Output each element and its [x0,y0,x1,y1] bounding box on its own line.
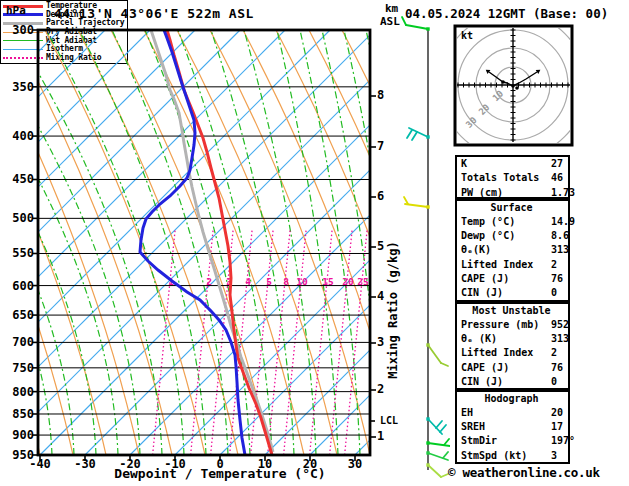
wind-barb [404,197,408,204]
temp-tick-label: 10 [245,457,285,471]
wind-barb-marker [426,441,429,444]
mixing-ratio-value-label: 25 [357,276,369,287]
wind-barb [444,439,449,445]
wind-barb [440,425,446,432]
km-tick-label: 1 [377,429,384,443]
temp-tick-label: -40 [20,457,60,471]
table-label: StmSpd (kt) [461,450,527,461]
hodograph-trace [489,72,513,86]
table-label: θₑ (K) [461,333,497,344]
table-row: Totals Totals46 [461,172,568,186]
temp-tick-label: 0 [200,457,240,471]
temp-tick-label: 20 [290,457,330,471]
wind-barb [406,25,428,29]
wind-barb-marker [426,205,429,208]
pressure-tick-label: 700 [4,335,34,349]
wet-adiabat-line [410,30,450,455]
wind-barb [443,452,448,458]
table-row: θₑ(K)313 [461,244,568,258]
table-value: 0 [551,287,557,298]
table-value: 27 [551,158,563,169]
wind-barb [428,443,450,446]
copyright: © weatheronline.co.uk [448,465,600,480]
wind-barb [428,465,441,477]
table-value: 2 [551,259,557,270]
temp-tick-label: -10 [155,457,195,471]
wind-barb-marker [426,417,429,420]
table-label: SREH [461,421,485,432]
hodograph-ring-label: 20 [477,102,492,117]
wind-barb-marker [426,135,429,138]
table-row: θₑ (K)313 [461,333,568,347]
table-row: Pressure (mb)952 [461,319,568,333]
table-label: Pressure (mb) [461,319,539,330]
mixing-ratio-value-label: 2 [206,276,212,287]
wind-barb [407,130,412,138]
table-label: Temp (°C) [461,216,515,227]
panel-box-title: Surface [461,202,568,216]
table-row: StmDir197° [461,435,568,449]
table-value: 3 [551,450,557,461]
table-row: CIN (J)0 [461,287,568,301]
km-tick-label: 4 [377,289,384,303]
temp-tick-label: -30 [65,457,105,471]
hodograph-ring-label: 30 [464,115,479,130]
pressure-tick-label: 600 [4,279,34,293]
isotherm-line [400,30,450,455]
table-row: SREH17 [461,421,568,435]
table-row: StmSpd (kt)3 [461,450,568,464]
mixing-ratio-value-label: 15 [322,276,334,287]
table-label: CIN (J) [461,287,503,298]
pressure-tick-label: 850 [4,407,34,421]
pressure-tick-label: 750 [4,361,34,375]
table-value: 0 [551,376,557,387]
pressure-tick-label: 900 [4,428,34,442]
wind-barb-marker [426,451,429,454]
table-row: Dewp (°C)8.6 [461,230,568,244]
km-tick-label: 8 [377,88,384,102]
km-tick-label: 7 [377,139,384,153]
table-value: 76 [551,362,563,373]
table-row: CAPE (J)76 [461,273,568,287]
panel-box-most-unstable: Most UnstablePressure (mb)952θₑ (K)313Li… [455,302,570,390]
table-value: 952 [551,319,569,330]
wind-barb-marker [426,463,429,466]
dry-adiabat-line [408,30,450,455]
panel-box-hodograph: HodographEH20SREH17StmDir197°StmSpd (kt)… [455,390,570,464]
table-value: 313 [551,244,569,255]
table-row: EH20 [461,407,568,421]
table-label: θₑ(K) [461,244,491,255]
wind-barb [412,132,417,140]
pressure-tick-label: 500 [4,211,34,225]
km-tick-label: 3 [377,335,384,349]
table-value: 20 [551,407,563,418]
mixing-ratio-value-label: 5 [266,276,272,287]
table-label: CAPE (J) [461,362,509,373]
hodograph-ring-label: 10 [491,88,506,103]
table-value: 313 [551,333,569,344]
pressure-tick-label: 400 [4,129,34,143]
wind-barb [441,363,448,366]
km-tick-label: 5 [377,239,384,253]
km-tick-label: 6 [377,189,384,203]
table-label: CIN (J) [461,376,503,387]
hodograph-trace-dot [511,84,515,88]
table-row: CIN (J)0 [461,376,568,390]
valid-time-label: 04.05.2024 12GMT (Base: 00) [405,6,608,21]
table-row: CAPE (J)76 [461,362,568,376]
pressure-tick-label: 300 [4,23,34,37]
table-value: 197° [551,435,575,446]
table-row: Lifted Index2 [461,259,568,273]
table-label: Lifted Index [461,259,533,270]
pressure-tick-label: 350 [4,80,34,94]
table-value: 2 [551,347,557,358]
mixing-ratio-value-label: 8 [283,276,289,287]
dry-adiabat-line [441,30,450,455]
pressure-tick-label: 550 [4,246,34,260]
table-value: 8.6 [551,230,569,241]
table-label: K [461,158,467,169]
panel-box-title: Hodograph [461,393,568,407]
lcl-marker-label: LCL [380,415,398,426]
table-label: Lifted Index [461,347,533,358]
asl-unit-label: ASL [380,15,400,28]
